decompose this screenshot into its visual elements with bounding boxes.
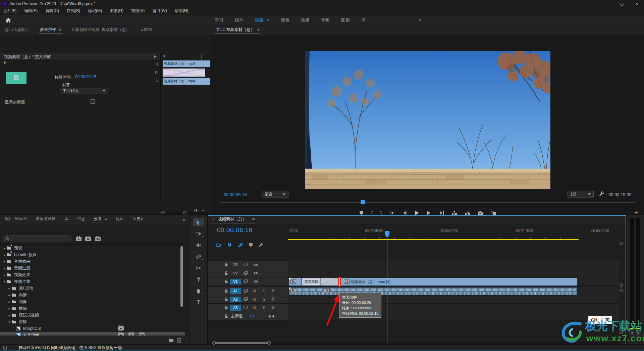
toggle-track-output-eye-icon[interactable] (253, 280, 258, 283)
menu-item-v[interactable]: 视图(V) (131, 8, 149, 14)
loop-icon[interactable]: ▸ (203, 208, 204, 212)
filter-accelerated-effects-badge[interactable]: ▶ (76, 237, 82, 241)
add-marker-icon[interactable] (359, 211, 364, 215)
track-lock-icon[interactable] (224, 314, 228, 318)
selection-tool[interactable] (193, 218, 204, 226)
panel-tab[interactable]: 历史记 (132, 216, 145, 224)
audio-track-A3[interactable]: A3MS (208, 304, 288, 312)
play-transition-icon[interactable]: ▸▮ (194, 208, 198, 212)
tree-chevron-icon[interactable]: ▸ (7, 293, 11, 297)
nest-sequence-toggle-icon[interactable] (216, 243, 222, 247)
new-bin-icon[interactable] (168, 338, 174, 342)
panel-menu-icon[interactable]: ≡ (59, 27, 61, 32)
transition-expand-icon[interactable]: ▶ (4, 60, 7, 64)
effects-tree-item[interactable]: ▸内滑 (0, 292, 185, 298)
menu-item-g[interactable]: 图形(G) (110, 8, 128, 14)
audio-track-A1[interactable]: A1MS (208, 287, 288, 295)
panel-tab[interactable]: 音频剪辑混合器: 视频素材（总） (70, 27, 130, 35)
panel-tab[interactable]: 效果控件≡ (39, 27, 62, 35)
audio-track-A2[interactable]: A2MS (208, 295, 288, 304)
tree-chevron-icon[interactable]: ▸ (3, 260, 7, 263)
step-forward-icon[interactable] (427, 211, 431, 215)
effect-header-expand-icon[interactable]: ▶ (154, 54, 157, 58)
voiceover-mic-icon[interactable] (271, 297, 274, 302)
go-to-out-icon[interactable] (439, 211, 444, 215)
solo-button[interactable]: S (261, 297, 267, 302)
solo-button[interactable]: S (261, 305, 267, 310)
effects-search-box[interactable] (3, 235, 72, 242)
tree-chevron-icon[interactable]: ▸ (3, 273, 7, 277)
effects-tree-item[interactable]: ▸★Lumetri 预设 (0, 251, 185, 258)
fit-meter-icon[interactable] (269, 315, 274, 318)
monitor-settings-wrench-icon[interactable] (599, 191, 604, 196)
mute-button[interactable]: M (251, 305, 258, 310)
panel-menu-icon[interactable]: ≡ (257, 27, 260, 32)
vscroll-handle-mid2[interactable] (620, 289, 623, 292)
video-track-V3[interactable]: V3 (208, 261, 288, 269)
panel-tab[interactable]: 库 (64, 216, 69, 224)
timeline-ruler[interactable]: :00:0000:00:05:0000:00:10:0000:00:15:000… (288, 224, 620, 240)
panel-tab[interactable]: 源:（无剪辑） (4, 27, 31, 35)
hscroll-handle-left[interactable] (212, 341, 216, 345)
playhead-line[interactable] (387, 237, 387, 343)
panel-tab[interactable]: 信息 (76, 216, 86, 224)
project-tab-overflow-button[interactable]: » (183, 217, 185, 222)
sync-lock-icon[interactable] (244, 263, 248, 267)
panel-tab[interactable]: 元数据 (139, 27, 153, 35)
menu-item-m[interactable]: 标记(M) (88, 8, 107, 14)
menu-item-s[interactable]: 序列(S) (67, 8, 85, 14)
menu-item-f[interactable]: 文件(F) (3, 8, 21, 14)
workspace-overflow-button[interactable]: » (419, 17, 421, 22)
linked-selection-icon[interactable] (238, 243, 243, 247)
video-track-V1[interactable]: V1 (208, 277, 288, 286)
panel-tab[interactable]: 效果≡ (93, 216, 108, 224)
mini-scroll-handle-left[interactable] (161, 211, 165, 214)
menu-item-h[interactable]: 帮助(H) (175, 8, 193, 14)
track-target-V1[interactable]: V1 (230, 279, 241, 284)
tree-chevron-icon[interactable]: ▾ (7, 320, 11, 324)
master-volume-value[interactable]: 0.0 (250, 314, 255, 318)
pen-tool[interactable] (193, 275, 204, 283)
tree-chevron-icon[interactable]: ▸ (3, 253, 7, 257)
mini-clip-b[interactable]: 视频素材（总）.mp4 (162, 78, 211, 85)
step-back-icon[interactable] (402, 211, 407, 215)
toggle-track-output-eye-icon[interactable] (253, 263, 258, 266)
mark-in-icon[interactable]: { (371, 210, 373, 216)
lift-icon[interactable] (451, 211, 457, 215)
close-button[interactable]: ✕ (629, 0, 644, 7)
effects-tree-item[interactable]: ▸音频效果 (0, 258, 185, 265)
menu-item-c[interactable]: 剪辑(C) (45, 8, 64, 14)
vscroll-handle-top[interactable] (620, 242, 623, 245)
track-lock-icon[interactable] (224, 279, 228, 283)
mark-out-icon[interactable]: } (380, 210, 382, 216)
sync-lock-icon[interactable] (244, 289, 248, 293)
trash-icon[interactable] (177, 338, 181, 343)
menu-item-w[interactable]: 窗口(W) (152, 8, 171, 14)
voiceover-mic-icon[interactable] (271, 306, 274, 310)
track-lock-icon[interactable] (224, 263, 228, 267)
snap-magnet-icon[interactable] (227, 243, 232, 247)
effects-tree-item[interactable]: ▾溶解 (0, 318, 185, 325)
tab-timeline-sequence[interactable]: × 视频素材（总） ≡ (212, 216, 255, 224)
tree-chevron-icon[interactable]: ▾ (3, 280, 7, 283)
mini-scroll-handle-right[interactable] (183, 211, 186, 214)
track-target-V2[interactable]: V2 (230, 270, 241, 276)
hand-tool[interactable] (193, 287, 204, 295)
panel-tab[interactable]: 标记 (115, 216, 124, 224)
align-dropdown[interactable]: 中心切入 (60, 88, 108, 94)
monitor-add-button[interactable]: + (635, 210, 638, 216)
effects-search-input[interactable] (11, 236, 65, 241)
monitor-playhead[interactable] (361, 200, 365, 204)
monitor-timecode[interactable]: 00:00:06:16 (224, 192, 247, 197)
effects-tree-item[interactable]: ▸划像 (0, 298, 185, 305)
tree-chevron-icon[interactable]: ▸ (3, 266, 7, 270)
add-marker-icon[interactable] (249, 243, 253, 247)
tab-program-monitor[interactable]: 节目: 视频素材（总）≡ (215, 27, 260, 35)
comparison-view-icon[interactable] (490, 211, 496, 215)
workspace-tab[interactable]: 编辑≡ (255, 17, 269, 23)
effects-tree-item[interactable]: ▸擦除 (0, 305, 185, 312)
play-button-icon[interactable] (414, 210, 419, 216)
home-button[interactable] (3, 16, 14, 25)
effects-tree-item[interactable]: ▸★预设 (0, 245, 185, 251)
track-target-V3[interactable]: V3 (230, 262, 241, 268)
